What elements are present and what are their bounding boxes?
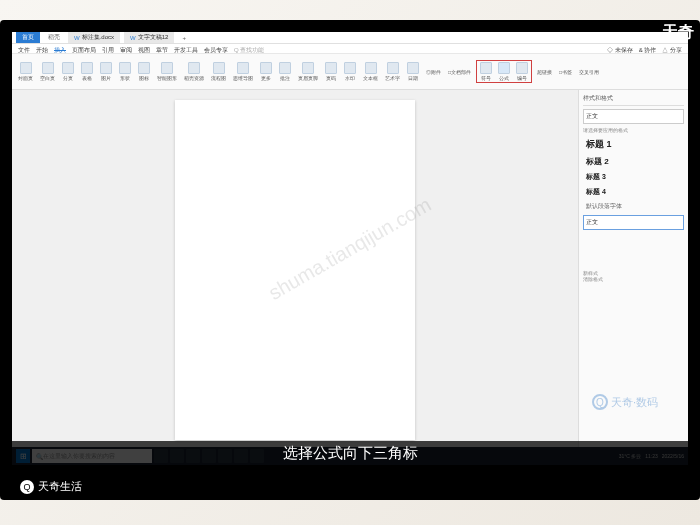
current-style[interactable]: 正文	[583, 109, 684, 124]
subtitle-text: 选择公式向下三角标	[283, 444, 418, 463]
iconlib-icon	[138, 62, 150, 74]
ribbon-highlight: 符号 公式 编号	[476, 60, 532, 83]
ribbon-bookmark[interactable]: □书签	[557, 69, 574, 75]
ribbon-parts[interactable]: □文档部件	[446, 69, 473, 75]
ribbon-symbol[interactable]: 符号	[478, 62, 494, 81]
tab-app[interactable]: 稻壳	[44, 32, 64, 43]
ribbon-image[interactable]: 图片	[98, 62, 114, 81]
workspace: 样式和格式 正文 请选择要应用的格式 标题 1 标题 2 标题 3 标题 4 默…	[12, 90, 688, 453]
tab-doc-2[interactable]: W文字文稿12	[124, 32, 174, 43]
blank-icon	[42, 62, 54, 74]
style-h3[interactable]: 标题 3	[583, 170, 684, 184]
bottom-logo: Q 天奇生活	[20, 479, 82, 494]
number-icon	[516, 62, 528, 74]
menu-ref[interactable]: 引用	[102, 46, 114, 51]
ribbon-table[interactable]: 表格	[79, 62, 95, 81]
ribbon-blank[interactable]: 空白页	[38, 62, 57, 81]
image-icon	[100, 62, 112, 74]
screen: 首页 稻壳 W标注集.docx W文字文稿12 + 文件 开始 插入 页面布局 …	[12, 32, 688, 465]
title-bar: 首页 稻壳 W标注集.docx W文字文稿12 +	[12, 32, 688, 44]
mind-icon	[237, 62, 249, 74]
menu-search[interactable]: Q 查找功能	[234, 46, 264, 51]
brand-mark: Q 天奇·数码	[592, 394, 658, 410]
style-select[interactable]: 正文	[583, 215, 684, 230]
ribbon-textbox[interactable]: 文本框	[361, 62, 380, 81]
menu-chapter[interactable]: 章节	[156, 46, 168, 51]
menu-bar: 文件 开始 插入 页面布局 引用 审阅 视图 章节 开发工具 会员专享 Q 查找…	[12, 44, 688, 54]
style-h1[interactable]: 标题 1	[583, 136, 684, 153]
tab-add[interactable]: +	[178, 34, 190, 42]
menu-collab[interactable]: & 协作	[639, 46, 657, 51]
ribbon-formula[interactable]: 公式	[496, 62, 512, 81]
ribbon-smart[interactable]: 智能图形	[155, 62, 179, 81]
menu-layout[interactable]: 页面布局	[72, 46, 96, 51]
ribbon-watermark[interactable]: 水印	[342, 62, 358, 81]
menu-unsaved[interactable]: ◇ 未保存	[607, 46, 633, 51]
menu-dev[interactable]: 开发工具	[174, 46, 198, 51]
panel-hint: 请选择要应用的格式	[583, 127, 684, 133]
subtitle-bar: 选择公式向下三角标	[12, 441, 688, 465]
break-icon	[62, 62, 74, 74]
menu-share[interactable]: △ 分享	[662, 46, 682, 51]
shape-icon	[119, 62, 131, 74]
ribbon-link[interactable]: 超链接	[535, 69, 554, 75]
flow-icon	[213, 62, 225, 74]
menu-view[interactable]: 视图	[138, 46, 150, 51]
ribbon-comment[interactable]: 批注	[277, 62, 293, 81]
ribbon-number[interactable]: 编号	[514, 62, 530, 81]
menu-file[interactable]: 文件	[18, 46, 30, 51]
tab-home[interactable]: 首页	[16, 32, 40, 43]
document-area[interactable]	[12, 90, 578, 453]
brand-q-icon: Q	[592, 394, 608, 410]
style-default[interactable]: 默认段落字体	[583, 200, 684, 213]
menu-member[interactable]: 会员专享	[204, 46, 228, 51]
page[interactable]	[175, 100, 415, 440]
ribbon-shape[interactable]: 形状	[117, 62, 133, 81]
monitor-frame: 天奇 首页 稻壳 W标注集.docx W文字文稿12 + 文件 开始 插入 页面…	[0, 20, 700, 500]
res-icon	[188, 62, 200, 74]
menu-start[interactable]: 开始	[36, 46, 48, 51]
panel-title: 样式和格式	[583, 94, 684, 106]
menu-insert[interactable]: 插入	[54, 46, 66, 51]
ribbon-header[interactable]: 页眉页脚	[296, 62, 320, 81]
table-icon	[81, 62, 93, 74]
more-icon	[260, 62, 272, 74]
cover-icon	[20, 62, 32, 74]
header-icon	[302, 62, 314, 74]
ribbon-wordart[interactable]: 艺术字	[383, 62, 402, 81]
clear-format-link[interactable]: 清除格式	[583, 276, 684, 282]
ribbon-flow[interactable]: 流程图	[209, 62, 228, 81]
ribbon-res[interactable]: 稻壳资源	[182, 62, 206, 81]
ribbon-more[interactable]: 更多	[258, 62, 274, 81]
formula-icon	[498, 62, 510, 74]
style-h4[interactable]: 标题 4	[583, 185, 684, 199]
pagenum-icon	[325, 62, 337, 74]
ribbon-cover[interactable]: 封面页	[16, 62, 35, 81]
ribbon-pagenum[interactable]: 页码	[323, 62, 339, 81]
watermark-icon	[344, 62, 356, 74]
date-icon	[407, 62, 419, 74]
ribbon-mind[interactable]: 思维导图	[231, 62, 255, 81]
menu-review[interactable]: 审阅	[120, 46, 132, 51]
ribbon-xref[interactable]: 交叉引用	[577, 69, 601, 75]
ribbon-attach[interactable]: ◎附件	[424, 69, 443, 75]
ribbon-break[interactable]: 分页	[60, 62, 76, 81]
symbol-icon	[480, 62, 492, 74]
comment-icon	[279, 62, 291, 74]
smart-icon	[161, 62, 173, 74]
ribbon-date[interactable]: 日期	[405, 62, 421, 81]
style-h2[interactable]: 标题 2	[583, 154, 684, 169]
wordart-icon	[387, 62, 399, 74]
logo-q-icon: Q	[20, 480, 34, 494]
ribbon-iconlib[interactable]: 图标	[136, 62, 152, 81]
tab-doc-1[interactable]: W标注集.docx	[68, 32, 120, 43]
textbox-icon	[365, 62, 377, 74]
ribbon: 封面页 空白页 分页 表格 图片 形状 图标 智能图形 稻壳资源 流程图 思维导…	[12, 54, 688, 90]
